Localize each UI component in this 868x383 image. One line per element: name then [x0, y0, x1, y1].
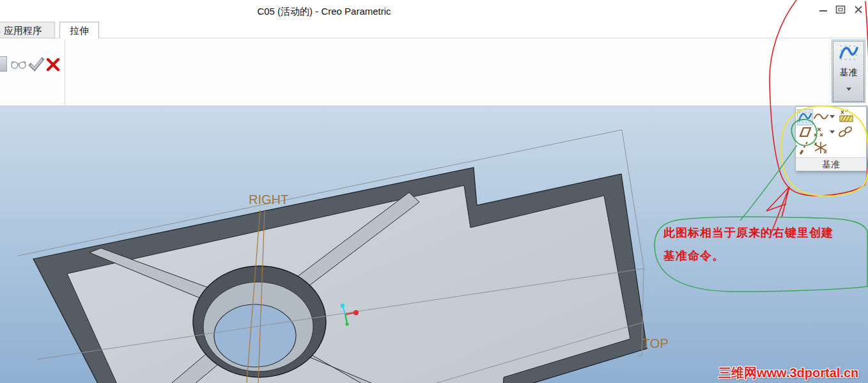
feature-preview-stub-icon[interactable]	[0, 56, 7, 72]
title-bar: C05 (活动的) - Creo Parametric ?	[0, 0, 868, 20]
datum-button-label: 基准	[832, 67, 865, 79]
points-dropdown-arrow[interactable]	[830, 130, 835, 134]
part-center-hole[interactable]	[214, 304, 296, 367]
datum-dropdown-arrow-icon	[846, 88, 851, 91]
curve-dropdown-arrow[interactable]	[830, 115, 835, 118]
verify-glasses-icon[interactable]	[10, 59, 27, 70]
ribbon: 基准	[0, 38, 868, 106]
datum-dropdown-panel: 基准	[795, 106, 867, 171]
minimize-button[interactable]	[818, 5, 828, 14]
cancel-x-icon[interactable]	[46, 58, 60, 72]
datum-curve-icon[interactable]	[798, 110, 812, 125]
top-plane-label[interactable]: TOP	[642, 336, 669, 351]
datum-csys-icon[interactable]	[813, 141, 828, 155]
datum-group-label: 基准	[796, 157, 866, 171]
right-plane-label[interactable]: RIGHT	[249, 192, 288, 207]
close-button[interactable]	[853, 5, 864, 14]
group-separator	[65, 40, 65, 105]
curve-wave-icon[interactable]	[813, 112, 829, 121]
tab-application[interactable]: 应用程序	[0, 22, 55, 38]
datum-plane-icon[interactable]	[798, 125, 813, 139]
accept-check-icon[interactable]	[28, 56, 45, 73]
graphics-area: RIGHT TOP	[0, 106, 868, 383]
app-window: C05 (活动的) - Creo Parametric ? 应用程序 拉伸	[0, 0, 868, 383]
ribbon-tab-row: 应用程序 拉伸	[0, 20, 868, 38]
annotation-note-line1: 此图标相当于原来的右键里创建	[663, 225, 833, 240]
maximize-button[interactable]	[835, 5, 846, 14]
datum-axis-icon[interactable]	[798, 140, 811, 155]
3d-viewport[interactable]	[0, 106, 868, 383]
datum-points-icon[interactable]	[813, 126, 827, 139]
datum-sketch-icon[interactable]	[838, 109, 855, 123]
datum-group-button[interactable]: 基准	[832, 40, 865, 103]
watermark: 三维网www.3dportal.cn	[718, 364, 858, 382]
part-floor[interactable]	[67, 185, 630, 383]
annotation-note-line2: 基准命令。	[663, 248, 724, 263]
window-title: C05 (活动的) - Creo Parametric	[257, 6, 391, 18]
datum-link-icon[interactable]	[837, 125, 855, 138]
datum-curve-icon	[839, 43, 859, 63]
tab-extrude[interactable]: 拉伸	[59, 22, 99, 39]
